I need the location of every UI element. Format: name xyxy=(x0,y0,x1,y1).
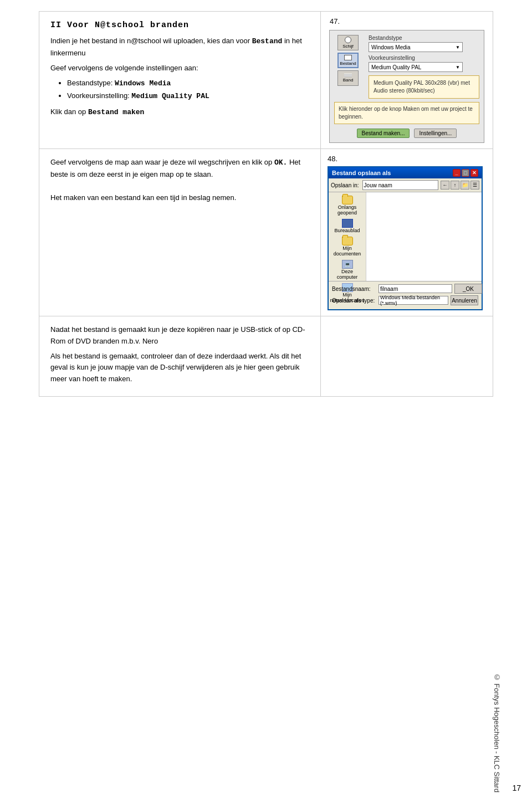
page-footer: © Fontys Hogescholen - KLC Sittard 17 xyxy=(493,673,521,792)
schijf-btn[interactable]: Schijf xyxy=(337,35,359,50)
bureaublad-icon xyxy=(342,219,353,228)
bottom-para2: Als het bestand is gemaakt, controleer d… xyxy=(50,351,309,385)
bestandsnaam-input[interactable] xyxy=(378,284,452,293)
main-content: II Voor N@tschool branden Indien je het … xyxy=(39,11,493,397)
bold-windows-media: Windows Media xyxy=(115,79,171,88)
info-text2: Klik hieronder op de knop Maken om met u… xyxy=(339,106,473,120)
schijf-label: Schijf xyxy=(342,44,354,49)
bold-medium-quality: Medium Quality PAL xyxy=(131,92,209,100)
computer-icon: 💻 xyxy=(342,260,353,269)
info-box-top: Medium Quality PAL 360x288 (vbr) met Aud… xyxy=(369,75,479,99)
bottom-para1: Nadat het bestand is gemaakt kun je deze… xyxy=(50,324,309,347)
ok-btn[interactable]: _OK xyxy=(454,284,482,294)
opslaan-type-value: Windows Media bestanden (*.wmv) xyxy=(380,295,447,306)
bestandstype-arrow: ▼ xyxy=(456,45,460,50)
mijn-doc-icon xyxy=(342,237,353,245)
sidebar-deze-computer[interactable]: 💻 Deze computer xyxy=(330,259,365,281)
closing-para: Klik dan op Bestand maken xyxy=(50,106,309,119)
band-btn[interactable]: Band xyxy=(337,70,359,86)
top-section-row: II Voor N@tschool branden Indien je het … xyxy=(39,12,493,149)
info-text: Medium Quality PAL 360x288 (vbr) met Aud… xyxy=(374,80,470,94)
sidebar-mijn-documenten[interactable]: Mijn documenten xyxy=(330,235,365,258)
field-area: Bestandstype Windows Media ▼ Voorkeursin… xyxy=(369,35,479,99)
bold-bestand: Bestand xyxy=(252,37,283,45)
top-right-col: 47. Schijf Bes xyxy=(321,12,493,149)
intro-para2: Geef vervolgens de volgende instellingen… xyxy=(50,63,309,74)
recently-label: Onlangs geopend xyxy=(331,204,364,216)
mijn-doc-label: Mijn documenten xyxy=(331,245,364,257)
dialog-title-bar: Bestand opslaan als _ □ ✕ xyxy=(329,167,482,178)
page-container: II Voor N@tschool branden Indien je het … xyxy=(0,0,532,809)
opslaan-type-label: Opslaan als type: xyxy=(332,298,376,304)
dialog-minimize-btn[interactable]: _ xyxy=(453,169,461,177)
recently-icon xyxy=(342,196,353,204)
bold-ok: OK. xyxy=(274,158,287,167)
annuleren-btn[interactable]: Annuleren xyxy=(451,295,478,305)
bestand-label: Bestand xyxy=(340,61,356,66)
bold-bestand-maken: Bestand maken xyxy=(88,108,144,116)
bestandstype-label: Bestandstype xyxy=(369,35,479,41)
screenshot-buttons: Bestand maken... Instellingen... xyxy=(334,129,479,138)
instellingen-btn[interactable]: Instellingen... xyxy=(414,129,457,138)
bestandstype-value: Windows Media xyxy=(371,44,411,50)
schijf-icon xyxy=(345,37,351,43)
top-left-col: II Voor N@tschool branden Indien je het … xyxy=(39,12,321,149)
up-btn[interactable]: ↑ xyxy=(451,181,459,190)
middle-section-row: Geef vervolgens de map aan waar je deze … xyxy=(39,149,493,316)
icon-col: Schijf Bestand Band xyxy=(334,35,362,99)
bestand-maken-btn[interactable]: Bestand maken... xyxy=(357,129,410,138)
back-btn[interactable]: ← xyxy=(441,181,449,190)
dialog-maximize-btn[interactable]: □ xyxy=(462,169,469,177)
new-folder-btn[interactable]: 📁 xyxy=(461,181,469,190)
dialog-sidebar: Onlangs geopend Bureaublad Mijn document… xyxy=(329,192,366,281)
bullet-voorkeursinstelling: Voorkeursinstelling: Medium Quality PAL xyxy=(67,90,309,103)
opslaan-in-value: Jouw naam xyxy=(364,182,392,188)
bestand-icon xyxy=(344,55,352,60)
screenshot-47: Schijf Bestand Band xyxy=(329,30,484,143)
opslaan-type-select[interactable]: Windows Media bestanden (*.wmv) xyxy=(378,296,448,305)
dialog-title-buttons: _ □ ✕ xyxy=(453,169,478,177)
settings-list: Bestandstype: Windows Media Voorkeursins… xyxy=(67,77,309,103)
toolbar-icons: ← ↑ 📁 ☰ xyxy=(441,181,479,190)
view-btn[interactable]: ☰ xyxy=(470,181,479,190)
dialog-title-text: Bestand opslaan als xyxy=(332,170,391,176)
voorkeursinstelling-label: Voorkeursinstelling xyxy=(369,55,479,61)
dialog-body: Onlangs geopend Bureaublad Mijn document… xyxy=(329,192,482,281)
band-icon xyxy=(344,74,352,77)
intro-para1: Indien je het bestand in n@tschool wil u… xyxy=(50,35,309,59)
voorkeursinstelling-select[interactable]: Medium Quality PAL ▼ xyxy=(369,62,463,72)
opslaan-in-label: Opslaan in: xyxy=(331,182,359,188)
opslaan-in-select[interactable]: Jouw naam xyxy=(362,180,438,190)
dialog-toolbar: Opslaan in: Jouw naam ← ↑ 📁 ☰ xyxy=(329,178,482,192)
voorkeursinstelling-value: Medium Quality PAL xyxy=(371,64,421,70)
bestandsnaam-label: Bestandsnaam: xyxy=(332,286,376,292)
sidebar-bureaublad[interactable]: Bureaublad xyxy=(330,218,365,234)
copyright-text: © Fontys Hogescholen - KLC Sittard xyxy=(493,673,501,792)
middle-left-col: Geef vervolgens de map aan waar je deze … xyxy=(39,149,321,316)
step-47-label: 47. xyxy=(330,17,340,25)
info-box-bottom: Klik hieronder op de knop Maken om met u… xyxy=(334,102,479,124)
bottom-right-col xyxy=(321,316,493,396)
bestandstype-select[interactable]: Windows Media ▼ xyxy=(369,42,463,52)
page-number: 17 xyxy=(512,784,521,792)
sidebar-recently-opened[interactable]: Onlangs geopend xyxy=(330,194,365,217)
bestand-btn[interactable]: Bestand xyxy=(337,53,359,68)
bureaublad-label: Bureaublad xyxy=(334,228,360,233)
middle-para1: Geef vervolgens de map aan waar je deze … xyxy=(50,157,309,181)
middle-right-col: 48. Bestand opslaan als _ □ ✕ xyxy=(321,149,493,316)
dialog-main-area xyxy=(366,192,482,281)
band-label: Band xyxy=(343,78,354,83)
step-48-label: 48. xyxy=(328,155,486,163)
file-dialog: Bestand opslaan als _ □ ✕ Opslaan in: xyxy=(328,166,483,310)
middle-para2: Het maken van een bestand kan een tijd i… xyxy=(50,192,309,204)
dialog-close-btn[interactable]: ✕ xyxy=(470,169,478,177)
voorkeursinstelling-arrow: ▼ xyxy=(456,65,460,70)
bottom-left-col: Nadat het bestand is gemaakt kun je deze… xyxy=(39,316,321,396)
bullet-bestandstype: Bestandstype: Windows Media xyxy=(67,77,309,90)
section-heading: II Voor N@tschool branden xyxy=(50,21,309,30)
bottom-section-row: Nadat het bestand is gemaakt kun je deze… xyxy=(39,316,493,396)
computer-label: Deze computer xyxy=(331,269,364,280)
